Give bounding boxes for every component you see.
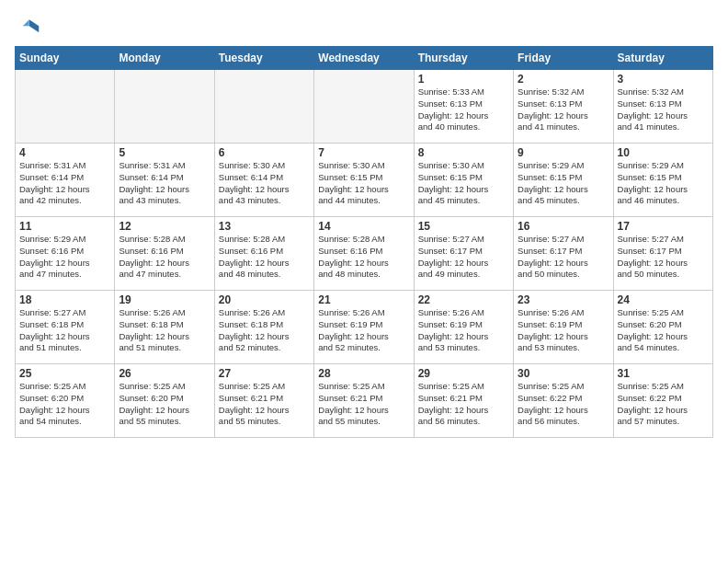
weekday-header-friday: Friday	[514, 47, 613, 70]
calendar-cell: 11Sunrise: 5:29 AM Sunset: 6:16 PM Dayli…	[16, 217, 115, 291]
calendar-cell: 24Sunrise: 5:25 AM Sunset: 6:20 PM Dayli…	[613, 291, 712, 364]
day-info: Sunrise: 5:25 AM Sunset: 6:20 PM Dayligh…	[19, 381, 110, 428]
day-info: Sunrise: 5:25 AM Sunset: 6:21 PM Dayligh…	[318, 381, 409, 428]
calendar-cell	[115, 70, 214, 144]
day-number: 13	[219, 220, 310, 233]
day-info: Sunrise: 5:28 AM Sunset: 6:16 PM Dayligh…	[318, 234, 409, 281]
day-number: 9	[518, 146, 609, 159]
logo-icon	[15, 15, 40, 40]
week-row-1: 1Sunrise: 5:33 AM Sunset: 6:13 PM Daylig…	[16, 70, 713, 144]
day-number: 7	[318, 146, 409, 159]
day-number: 21	[318, 293, 409, 306]
day-info: Sunrise: 5:30 AM Sunset: 6:14 PM Dayligh…	[219, 160, 310, 207]
page-header	[15, 15, 713, 40]
day-number: 11	[19, 220, 110, 233]
day-number: 6	[219, 146, 310, 159]
day-info: Sunrise: 5:29 AM Sunset: 6:15 PM Dayligh…	[618, 160, 709, 207]
weekday-header-sunday: Sunday	[16, 47, 115, 70]
calendar-cell: 5Sunrise: 5:31 AM Sunset: 6:14 PM Daylig…	[115, 144, 214, 217]
calendar-cell: 2Sunrise: 5:32 AM Sunset: 6:13 PM Daylig…	[514, 70, 613, 144]
day-number: 30	[518, 367, 609, 380]
day-info: Sunrise: 5:30 AM Sunset: 6:15 PM Dayligh…	[418, 160, 509, 207]
calendar: SundayMondayTuesdayWednesdayThursdayFrid…	[15, 46, 713, 438]
day-info: Sunrise: 5:25 AM Sunset: 6:21 PM Dayligh…	[219, 381, 310, 428]
calendar-cell: 19Sunrise: 5:26 AM Sunset: 6:18 PM Dayli…	[115, 291, 214, 364]
day-number: 27	[219, 367, 310, 380]
day-number: 15	[418, 220, 509, 233]
day-info: Sunrise: 5:31 AM Sunset: 6:14 PM Dayligh…	[19, 160, 110, 207]
day-number: 14	[318, 220, 409, 233]
day-number: 19	[119, 293, 210, 306]
weekday-header-row: SundayMondayTuesdayWednesdayThursdayFrid…	[16, 47, 713, 70]
day-info: Sunrise: 5:25 AM Sunset: 6:20 PM Dayligh…	[618, 307, 709, 354]
day-info: Sunrise: 5:33 AM Sunset: 6:13 PM Dayligh…	[418, 86, 509, 133]
day-info: Sunrise: 5:26 AM Sunset: 6:19 PM Dayligh…	[318, 307, 409, 354]
calendar-cell	[16, 70, 115, 144]
day-info: Sunrise: 5:26 AM Sunset: 6:18 PM Dayligh…	[219, 307, 310, 354]
weekday-header-saturday: Saturday	[613, 47, 712, 70]
day-number: 23	[518, 293, 609, 306]
day-info: Sunrise: 5:25 AM Sunset: 6:22 PM Dayligh…	[518, 381, 609, 428]
calendar-cell: 6Sunrise: 5:30 AM Sunset: 6:14 PM Daylig…	[214, 144, 313, 217]
calendar-cell: 29Sunrise: 5:25 AM Sunset: 6:21 PM Dayli…	[414, 364, 513, 438]
day-info: Sunrise: 5:26 AM Sunset: 6:19 PM Dayligh…	[518, 307, 609, 354]
calendar-cell: 12Sunrise: 5:28 AM Sunset: 6:16 PM Dayli…	[115, 217, 214, 291]
calendar-cell: 10Sunrise: 5:29 AM Sunset: 6:15 PM Dayli…	[613, 144, 712, 217]
calendar-cell: 22Sunrise: 5:26 AM Sunset: 6:19 PM Dayli…	[414, 291, 513, 364]
day-info: Sunrise: 5:28 AM Sunset: 6:16 PM Dayligh…	[119, 234, 210, 281]
calendar-cell: 16Sunrise: 5:27 AM Sunset: 6:17 PM Dayli…	[514, 217, 613, 291]
day-info: Sunrise: 5:26 AM Sunset: 6:18 PM Dayligh…	[119, 307, 210, 354]
day-info: Sunrise: 5:29 AM Sunset: 6:15 PM Dayligh…	[518, 160, 609, 207]
calendar-cell: 30Sunrise: 5:25 AM Sunset: 6:22 PM Dayli…	[514, 364, 613, 438]
day-info: Sunrise: 5:27 AM Sunset: 6:17 PM Dayligh…	[418, 234, 509, 281]
calendar-cell: 21Sunrise: 5:26 AM Sunset: 6:19 PM Dayli…	[314, 291, 414, 364]
logo	[15, 15, 44, 40]
day-number: 2	[518, 73, 609, 86]
calendar-cell: 23Sunrise: 5:26 AM Sunset: 6:19 PM Dayli…	[514, 291, 613, 364]
week-row-4: 18Sunrise: 5:27 AM Sunset: 6:18 PM Dayli…	[16, 291, 713, 364]
day-info: Sunrise: 5:30 AM Sunset: 6:15 PM Dayligh…	[318, 160, 409, 207]
calendar-cell: 17Sunrise: 5:27 AM Sunset: 6:17 PM Dayli…	[613, 217, 712, 291]
calendar-cell: 28Sunrise: 5:25 AM Sunset: 6:21 PM Dayli…	[314, 364, 414, 438]
calendar-cell: 4Sunrise: 5:31 AM Sunset: 6:14 PM Daylig…	[16, 144, 115, 217]
day-info: Sunrise: 5:31 AM Sunset: 6:14 PM Dayligh…	[119, 160, 210, 207]
week-row-3: 11Sunrise: 5:29 AM Sunset: 6:16 PM Dayli…	[16, 217, 713, 291]
calendar-cell: 26Sunrise: 5:25 AM Sunset: 6:20 PM Dayli…	[115, 364, 214, 438]
day-number: 1	[418, 73, 509, 86]
day-info: Sunrise: 5:27 AM Sunset: 6:17 PM Dayligh…	[618, 234, 709, 281]
day-info: Sunrise: 5:28 AM Sunset: 6:16 PM Dayligh…	[219, 234, 310, 281]
day-info: Sunrise: 5:27 AM Sunset: 6:18 PM Dayligh…	[19, 307, 110, 354]
day-number: 28	[318, 367, 409, 380]
day-number: 4	[19, 146, 110, 159]
calendar-cell: 20Sunrise: 5:26 AM Sunset: 6:18 PM Dayli…	[214, 291, 313, 364]
calendar-cell: 9Sunrise: 5:29 AM Sunset: 6:15 PM Daylig…	[514, 144, 613, 217]
day-number: 26	[119, 367, 210, 380]
day-info: Sunrise: 5:25 AM Sunset: 6:22 PM Dayligh…	[618, 381, 709, 428]
week-row-2: 4Sunrise: 5:31 AM Sunset: 6:14 PM Daylig…	[16, 144, 713, 217]
calendar-cell: 8Sunrise: 5:30 AM Sunset: 6:15 PM Daylig…	[414, 144, 513, 217]
day-number: 20	[219, 293, 310, 306]
day-info: Sunrise: 5:27 AM Sunset: 6:17 PM Dayligh…	[518, 234, 609, 281]
day-info: Sunrise: 5:29 AM Sunset: 6:16 PM Dayligh…	[19, 234, 110, 281]
day-number: 18	[19, 293, 110, 306]
day-number: 22	[418, 293, 509, 306]
day-number: 12	[119, 220, 210, 233]
day-info: Sunrise: 5:32 AM Sunset: 6:13 PM Dayligh…	[518, 86, 609, 133]
calendar-cell: 14Sunrise: 5:28 AM Sunset: 6:16 PM Dayli…	[314, 217, 414, 291]
day-number: 16	[518, 220, 609, 233]
day-number: 3	[618, 73, 709, 86]
day-number: 24	[618, 293, 709, 306]
day-number: 31	[618, 367, 709, 380]
day-info: Sunrise: 5:32 AM Sunset: 6:13 PM Dayligh…	[618, 86, 709, 133]
calendar-cell: 13Sunrise: 5:28 AM Sunset: 6:16 PM Dayli…	[214, 217, 313, 291]
day-info: Sunrise: 5:25 AM Sunset: 6:20 PM Dayligh…	[119, 381, 210, 428]
day-number: 25	[19, 367, 110, 380]
calendar-cell: 18Sunrise: 5:27 AM Sunset: 6:18 PM Dayli…	[16, 291, 115, 364]
calendar-cell: 27Sunrise: 5:25 AM Sunset: 6:21 PM Dayli…	[214, 364, 313, 438]
day-info: Sunrise: 5:25 AM Sunset: 6:21 PM Dayligh…	[418, 381, 509, 428]
day-number: 5	[119, 146, 210, 159]
weekday-header-monday: Monday	[115, 47, 214, 70]
calendar-cell: 25Sunrise: 5:25 AM Sunset: 6:20 PM Dayli…	[16, 364, 115, 438]
weekday-header-wednesday: Wednesday	[314, 47, 414, 70]
calendar-cell	[214, 70, 313, 144]
